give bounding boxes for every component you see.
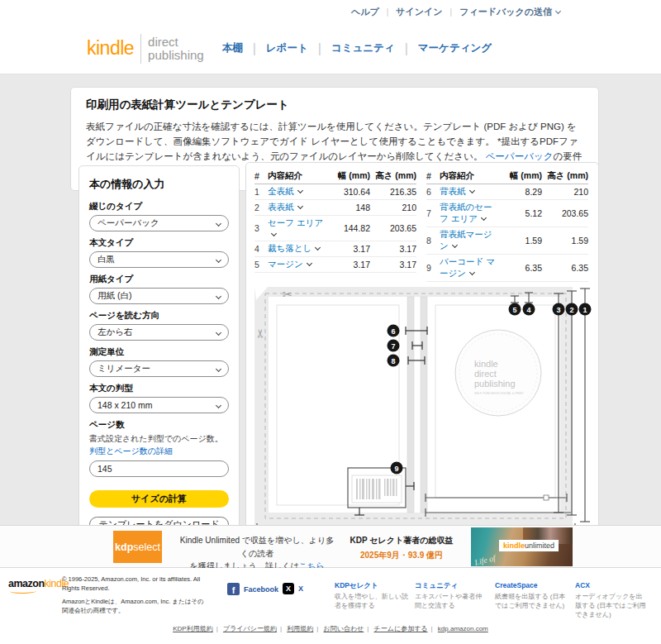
table-row: 5 マージン 3.17 3.17 <box>254 257 416 273</box>
reading-direction-select[interactable]: 左から右 <box>89 324 229 341</box>
dimension-tables: # 内容紹介 幅 (mm) 高さ (mm) 1 全表紙 310.64 216.3… <box>254 169 590 282</box>
table-header: # 内容紹介 幅 (mm) 高さ (mm) <box>254 169 416 184</box>
chevron-down-icon <box>216 220 221 226</box>
svg-text:3: 3 <box>556 306 560 314</box>
page-count-label: ページ数 <box>89 419 229 431</box>
nav-reports[interactable]: レポート <box>266 41 308 55</box>
page-count-help: 書式設定された判型でのページ数。 <box>89 433 229 445</box>
binding-type-label: 綴じのタイプ <box>89 201 229 212</box>
privacy-link[interactable]: プライバシー規約 <box>223 625 277 632</box>
kindle-unlimited-label: kindleunlimited <box>499 540 559 551</box>
footer-legal-links: KDP利用規約| プライバシー規約| 利用規約| お問い合わせ| チームに参加す… <box>0 624 661 633</box>
amazon-kindle-logo: amazonkindle <box>8 578 69 589</box>
banner-text: Kindle Unlimited で収益を増やし、より多くの読者 を獲得しましょ… <box>176 534 338 573</box>
copyright-text: © 1996-2025, Amazon.com, Inc. or its aff… <box>62 575 209 615</box>
chevron-down-icon <box>468 188 474 193</box>
royalty-title: KDP セレクト著者の総収益 <box>347 535 456 546</box>
logo-direct-publishing-text: directpublishing <box>148 36 204 61</box>
kdp-logo[interactable]: kindle directpublishing <box>87 34 204 64</box>
sign-in-link[interactable]: サインイン <box>396 6 442 18</box>
community-link[interactable]: コミュニティ <box>415 581 458 589</box>
footer-col-acx: ACX オーディオブックを出版する (日本ではご利用できません) <box>575 576 655 619</box>
trim-size-details-link[interactable]: 判型とページ数の詳細 <box>89 446 229 457</box>
row-spine-link[interactable]: 背表紙 <box>440 186 474 196</box>
acx-link[interactable]: ACX <box>575 581 590 589</box>
binding-type-select[interactable]: ペーパーバック <box>89 215 229 231</box>
page-count-input[interactable] <box>89 460 229 477</box>
book-info-form: 本の情報の入力 綴じのタイプ ペーパーバック 本文タイプ 白黒 用紙タイプ 用紙… <box>78 165 240 565</box>
spine-band-right <box>421 297 427 513</box>
terms-link[interactable]: 利用規約 <box>287 625 313 632</box>
chevron-down-icon <box>555 7 561 13</box>
nav-community[interactable]: コミュニティ <box>331 41 395 55</box>
row-safe-area-link[interactable]: セーフ エリア <box>268 217 323 239</box>
interior-type-select[interactable]: 白黒 <box>89 251 229 268</box>
row-barcode-margin-link[interactable]: バーコード マージン <box>440 256 495 278</box>
cover-template-svg: ✂ ✂ kindle direct publishing SELF-PUBLIS… <box>254 285 593 533</box>
photo-book-title: Life of <box>473 553 497 566</box>
chevron-down-icon <box>271 231 277 236</box>
chevron-down-icon <box>216 365 221 371</box>
table-row: 1 全表紙 310.64 216.35 <box>254 184 416 200</box>
unit-label: 測定単位 <box>89 346 229 358</box>
amazon-smile-icon <box>10 589 36 594</box>
kdp-select-link[interactable]: KDPセレクト <box>335 581 378 589</box>
chevron-down-icon <box>481 215 487 221</box>
svg-text:6: 6 <box>391 327 395 336</box>
createspace-link[interactable]: CreateSpace <box>495 581 538 589</box>
row-bleed-link[interactable]: 裁ち落とし <box>268 243 320 253</box>
separator: | <box>253 41 256 56</box>
footer: amazonkindle © 1996-2025, Amazon.com, In… <box>0 568 661 644</box>
results-card: # 内容紹介 幅 (mm) 高さ (mm) 1 全表紙 310.64 216.3… <box>245 162 599 557</box>
logo-divider <box>140 34 141 64</box>
contact-link[interactable]: お問い合わせ <box>324 625 364 632</box>
dimension-table-left: # 内容紹介 幅 (mm) 高さ (mm) 1 全表紙 310.64 216.3… <box>254 169 416 282</box>
nav-marketing[interactable]: マーケティング <box>418 41 492 55</box>
join-team-link[interactable]: チームに参加する <box>374 625 428 632</box>
calculate-size-button[interactable]: サイズの計算 <box>89 490 229 508</box>
page-title: 印刷用の表紙計算ツールとテンプレート <box>86 98 583 112</box>
svg-text:1: 1 <box>583 306 587 314</box>
row-margin-link[interactable]: マージン <box>268 259 311 269</box>
chevron-down-icon <box>452 242 458 248</box>
facebook-link[interactable]: f Facebook <box>227 583 278 595</box>
paperback-requirements-link[interactable]: ペーパーバック <box>486 151 554 161</box>
reading-direction-label: ページを読む方向 <box>89 310 229 322</box>
scissors-icon: ✂ <box>254 328 267 338</box>
kdp-select-badge: kdpselect <box>113 531 162 563</box>
x-link[interactable]: X X <box>283 583 303 594</box>
facebook-icon: f <box>227 583 240 595</box>
chevron-down-icon <box>216 256 221 262</box>
kindle-unlimited-photo: Life of kindleunlimited <box>471 527 573 566</box>
main-navbar: kindle directpublishing 本棚 | レポート | コミュニ… <box>0 23 661 74</box>
kdp-amazon-link[interactable]: kdp.amazon.com <box>438 625 488 632</box>
measure-lines-right <box>554 289 590 522</box>
banner-royalty-block: KDP セレクト著者の総収益 2025年9月・93.9 億円 <box>347 535 456 561</box>
row-spine-margin-link[interactable]: 背表紙マージン <box>440 229 492 250</box>
row-front-cover-link[interactable]: 表表紙 <box>268 202 302 212</box>
chevron-down-icon <box>297 188 302 193</box>
help-link[interactable]: ヘルプ <box>351 6 379 18</box>
table-row: 8 背表紙マージン 1.59 1.59 <box>426 227 588 255</box>
unit-select[interactable]: ミリメーター <box>89 360 229 377</box>
kdp-terms-link[interactable]: KDP利用規約 <box>173 625 212 632</box>
svg-text:9: 9 <box>394 465 398 473</box>
row-full-cover-link[interactable]: 全表紙 <box>268 186 302 196</box>
row-spine-safe-area-link[interactable]: 背表紙のセーフ エリア <box>440 202 492 223</box>
paper-type-select[interactable]: 用紙 (白) <box>89 288 229 304</box>
separator: | <box>405 41 408 56</box>
svg-text:4: 4 <box>526 306 530 314</box>
chevron-down-icon <box>216 329 221 335</box>
table-row: 6 背表紙 8.29 210 <box>426 184 588 200</box>
separator: | <box>318 41 321 56</box>
footer-columns: KDPセレクト 収入を増やし、新しい読者を獲得する コミュニティ エキスパートや… <box>335 576 655 619</box>
footer-col-community: コミュニティ エキスパートや著者仲間と交流する <box>415 576 495 619</box>
feedback-link[interactable]: フィードバックの送信 <box>459 6 560 18</box>
table-row: 2 表表紙 148 210 <box>254 200 416 216</box>
chevron-down-icon <box>469 270 475 275</box>
cover-template-diagram: ✂ ✂ kindle direct publishing SELF-PUBLIS… <box>254 285 590 550</box>
svg-text:5: 5 <box>512 306 516 314</box>
trim-size-select[interactable]: 148 x 210 mm <box>89 397 229 413</box>
nav-bookshelf[interactable]: 本棚 <box>222 41 243 55</box>
footer-col-createspace: CreateSpace 紙書籍を出版する (日本ではご利用できません) <box>495 576 575 619</box>
